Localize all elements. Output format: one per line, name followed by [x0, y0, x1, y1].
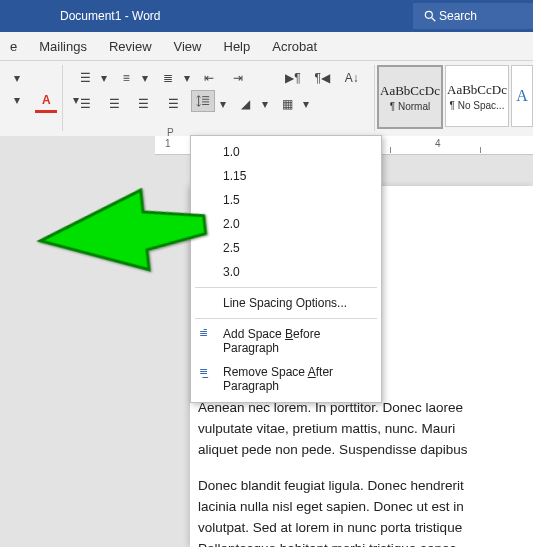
- line-spacing-options[interactable]: Line Spacing Options...: [191, 291, 381, 315]
- rtl-button[interactable]: ¶◀: [311, 68, 333, 88]
- spacing-2-0[interactable]: 2.0: [191, 212, 381, 236]
- remove-space-after-icon: ≡̲: [199, 365, 208, 378]
- spacing-1-15[interactable]: 1.15: [191, 164, 381, 188]
- ribbon: ▾ ▾ A ▾ ☰▾ ≡▾ ≣▾ ⇤ ⇥ ☰ ☰ ☰ ☰: [0, 61, 533, 138]
- search-box[interactable]: [413, 3, 533, 29]
- document-title: Document1 - Word: [60, 9, 160, 23]
- increase-indent-button[interactable]: ⇥: [227, 68, 249, 88]
- style-name-nospacing: ¶ No Spac...: [446, 100, 508, 111]
- tab-mailings[interactable]: Mailings: [39, 39, 87, 54]
- tab-acrobat[interactable]: Acrobat: [272, 39, 317, 54]
- shading-dropdown[interactable]: ▾: [261, 94, 269, 114]
- bullet-list-button[interactable]: ☰: [74, 68, 96, 88]
- ltr-button[interactable]: ▶¶: [282, 68, 304, 88]
- menu-separator: [195, 287, 377, 288]
- spacing-2-5[interactable]: 2.5: [191, 236, 381, 260]
- menu-separator: [195, 318, 377, 319]
- style-nospacing[interactable]: AaBbCcDc ¶ No Spac...: [445, 65, 509, 127]
- style-sample: AaBbCcDc: [446, 82, 508, 98]
- font-dropdown[interactable]: ▾: [6, 68, 28, 88]
- add-space-before-icon: ≡̄: [199, 327, 208, 340]
- add-space-before[interactable]: ≡̄ Add Space Before Paragraph: [191, 322, 381, 360]
- font-color-button[interactable]: A: [35, 90, 57, 113]
- number-list-button[interactable]: ≡: [115, 68, 137, 88]
- search-icon: [423, 9, 437, 23]
- spacing-3-0[interactable]: 3.0: [191, 260, 381, 284]
- borders-dropdown[interactable]: ▾: [302, 94, 310, 114]
- ribbon-tabs: e Mailings Review View Help Acrobat: [0, 32, 533, 61]
- title-bar: Document1 - Word: [0, 0, 533, 32]
- spacing-1-0[interactable]: 1.0: [191, 140, 381, 164]
- svg-point-0: [425, 11, 432, 18]
- style-name-normal: ¶ Normal: [379, 101, 441, 112]
- tab-view[interactable]: View: [174, 39, 202, 54]
- borders-button[interactable]: ▦: [276, 94, 298, 114]
- styles-gallery: AaBbCcDc ¶ Normal AaBbCcDc ¶ No Spac... …: [377, 65, 533, 129]
- spacing-1-5[interactable]: 1.5: [191, 188, 381, 212]
- svg-line-1: [432, 18, 436, 22]
- annotation-arrow: [35, 172, 215, 292]
- paragraph: Donec blandit feugiat ligula. Donec hend…: [198, 476, 533, 547]
- paragraph: Aenean nec lorem. In porttitor. Donec la…: [198, 398, 533, 461]
- tab-partial[interactable]: e: [10, 39, 17, 54]
- style-heading-partial[interactable]: A: [511, 65, 533, 127]
- align-center-button[interactable]: ☰: [103, 94, 125, 114]
- align-justify-button[interactable]: ☰: [162, 94, 184, 114]
- line-spacing-menu: 1.0 1.15 1.5 2.0 2.5 3.0 Line Spacing Op…: [190, 135, 382, 403]
- number-list-dropdown[interactable]: ▾: [141, 68, 149, 88]
- tab-review[interactable]: Review: [109, 39, 152, 54]
- tab-help[interactable]: Help: [224, 39, 251, 54]
- style-normal[interactable]: AaBbCcDc ¶ Normal: [377, 65, 443, 129]
- shading-button[interactable]: ◢: [235, 94, 257, 114]
- line-spacing-button[interactable]: [191, 90, 215, 112]
- style-sample: AaBbCcDc: [379, 83, 441, 99]
- remove-space-after[interactable]: ≡̲ Remove Space After Paragraph: [191, 360, 381, 398]
- style-sample: A: [512, 87, 532, 105]
- sort-button[interactable]: A↓: [341, 68, 363, 88]
- svg-marker-2: [36, 184, 208, 281]
- search-input[interactable]: [437, 8, 511, 24]
- more-dropdown[interactable]: ▾: [6, 90, 28, 110]
- multilevel-list-button[interactable]: ≣: [157, 68, 179, 88]
- align-right-button[interactable]: ☰: [133, 94, 155, 114]
- decrease-indent-button[interactable]: ⇤: [198, 68, 220, 88]
- multilevel-list-dropdown[interactable]: ▾: [183, 68, 191, 88]
- bullet-list-dropdown[interactable]: ▾: [100, 68, 108, 88]
- line-spacing-dropdown[interactable]: ▾: [219, 94, 227, 114]
- align-left-button[interactable]: ☰: [74, 94, 96, 114]
